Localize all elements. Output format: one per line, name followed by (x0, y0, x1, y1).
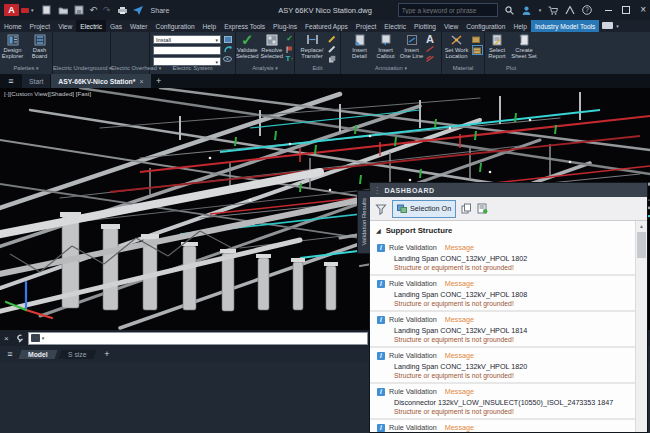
material-box-icon[interactable] (472, 35, 481, 43)
select-report-button[interactable]: Select Report (485, 33, 509, 59)
insert-detail-button[interactable]: Insert Detail (348, 33, 372, 59)
display-icon[interactable] (602, 22, 613, 29)
scroll-up-icon[interactable]: ▲ (636, 221, 647, 229)
command-customize-wrench-icon[interactable] (14, 334, 23, 343)
pencil-edit-icon[interactable] (327, 35, 336, 43)
tab-view-2[interactable]: View (440, 20, 462, 32)
tab-plug-ins[interactable]: Plug-ins (269, 20, 301, 32)
app-store-cart-icon[interactable] (548, 5, 558, 15)
annotation-flyout-icon[interactable]: ▾ (404, 65, 407, 71)
install-combo[interactable]: Install▾ (153, 35, 221, 44)
help-icon[interactable]: ? (582, 5, 592, 15)
start-tab[interactable]: Start (22, 74, 50, 88)
file-tabs-menu-icon[interactable]: ≡ (0, 74, 22, 88)
scrollbar-thumb[interactable] (637, 232, 646, 258)
t-arrow-icon[interactable]: T↑ (285, 55, 294, 63)
pencil-edit-icon-2[interactable] (327, 45, 336, 53)
palettes-flyout-icon[interactable]: ▾ (36, 65, 39, 71)
sign-in-user-icon[interactable] (522, 5, 532, 15)
palette-grip-icon[interactable]: ⋮ (373, 186, 382, 195)
close-window-button[interactable]: × (640, 5, 646, 15)
layout-tab-s-size[interactable]: S size (58, 350, 95, 359)
tab-water[interactable]: Water (126, 20, 151, 32)
user-dropdown-icon[interactable]: ▾ (539, 8, 542, 13)
create-sheet-set-button[interactable]: Create Sheet Set (511, 33, 537, 59)
minimize-button[interactable] (605, 10, 612, 11)
save-icon[interactable] (74, 5, 84, 15)
dashboard-title-bar[interactable]: ⋮ DASHBOARD (370, 183, 647, 197)
tab-gas[interactable]: Gas (106, 20, 126, 32)
visibility-eye-icon[interactable] (223, 55, 232, 63)
electric-underground-group-label[interactable]: Electric Underground (53, 65, 107, 71)
layout-menu-icon[interactable]: ≡ (0, 349, 20, 359)
command-input[interactable]: ▾ (28, 332, 368, 345)
combo-dropdown-icon-2[interactable]: ▾ (215, 59, 218, 65)
analysis-group-label[interactable]: Analysis (252, 65, 274, 71)
new-layout-button[interactable]: + (98, 349, 115, 359)
tab-industry-model-tools[interactable]: Industry Model Tools (531, 20, 599, 32)
copy-tool-icon[interactable] (327, 55, 336, 63)
validation-results-side-tab[interactable]: Validation Results (357, 190, 370, 254)
connect-tool-icon[interactable] (223, 45, 232, 53)
share-icon[interactable] (133, 5, 143, 15)
tab-plotting[interactable]: Plotting (410, 20, 440, 32)
search-input[interactable] (399, 7, 497, 14)
drawing-tab[interactable]: ASY-66KV-Nico Station* × (51, 74, 150, 88)
tab-featured-apps[interactable]: Featured Apps (301, 20, 352, 32)
validation-item[interactable]: iRule ValidationMessage (370, 420, 636, 432)
resolve-selected-button[interactable]: Resolve Selected (261, 33, 284, 59)
insert-callout-button[interactable]: Insert Callout (374, 33, 398, 59)
redo-icon[interactable]: ↷ (103, 6, 111, 15)
palettes-group-label[interactable]: Palettes (13, 65, 34, 71)
drawing-tab-close-icon[interactable]: × (139, 78, 143, 85)
redline-tool-icon-2[interactable] (426, 55, 435, 63)
app-menu-dropdown-icon[interactable]: ▾ (31, 8, 34, 13)
validate-selected-button[interactable]: ✓ Validate Selected (236, 33, 259, 59)
tab-configuration-2[interactable]: Configuration (462, 20, 509, 32)
validate-small-icon[interactable]: ✓ (285, 35, 294, 43)
tab-configuration[interactable]: Configuration (151, 20, 198, 32)
export-report-icon[interactable] (477, 203, 488, 214)
ribbon-state-dropdown-icon[interactable]: ▾ (616, 24, 619, 29)
electric-system-group-label[interactable]: Electric System (173, 65, 213, 71)
undo-icon[interactable]: ↶ (90, 6, 98, 15)
autodesk-a-icon[interactable] (565, 5, 575, 15)
validation-item[interactable]: iRule ValidationMessage Landing Span CON… (370, 276, 636, 312)
app-logo-icon[interactable]: TA (4, 4, 19, 16)
validation-item[interactable]: iRule ValidationMessage Landing Span CON… (370, 348, 636, 384)
replace-transfer-button[interactable]: Replace/ Transfer (299, 33, 325, 59)
tab-help-2[interactable]: Help (509, 20, 531, 32)
plot-group-label[interactable]: Plot (506, 65, 516, 71)
command-close-icon[interactable]: × (4, 334, 9, 343)
scrollbar[interactable]: ▲ (635, 221, 647, 432)
search-box[interactable] (398, 3, 498, 17)
command-history-dropdown-icon[interactable]: ▾ (42, 335, 45, 341)
validation-item[interactable]: iRule ValidationMessage Disconnector 132… (370, 384, 636, 420)
validation-item[interactable]: iRule ValidationMessage Landing Span CON… (370, 312, 636, 348)
edit-group-label[interactable]: Edit (313, 65, 323, 71)
tab-help[interactable]: Help (199, 20, 221, 32)
tab-electric-2[interactable]: Electric (380, 20, 410, 32)
annotation-group-label[interactable]: Annotation (375, 65, 403, 71)
model-tab[interactable]: Model (19, 350, 58, 359)
section-support-structure[interactable]: ◢ Support Structure (370, 221, 636, 240)
filter-icon[interactable] (375, 203, 387, 215)
new-drawing-tab-button[interactable]: + (152, 74, 166, 88)
validation-item[interactable]: iRule ValidationMessage Landing Span CON… (370, 240, 636, 276)
restore-button[interactable] (622, 6, 630, 14)
print-icon[interactable] (117, 5, 127, 15)
tab-electric[interactable]: Electric (76, 20, 106, 32)
open-folder-icon[interactable] (58, 5, 68, 15)
redline-tool-icon[interactable] (426, 45, 435, 53)
tab-project-2[interactable]: Project (352, 20, 381, 32)
tab-view[interactable]: View (54, 20, 76, 32)
copy-results-icon[interactable] (461, 203, 472, 214)
flag-small-icon[interactable] (285, 45, 294, 53)
crate-selected-icon[interactable] (472, 45, 483, 55)
tab-project[interactable]: Project (26, 20, 55, 32)
share-label[interactable]: Share (151, 7, 170, 14)
tab-home[interactable]: Home (0, 20, 26, 32)
design-explorer-button[interactable]: Design Explorer (0, 33, 25, 59)
search-icon[interactable] (505, 5, 515, 15)
text-tool-icon[interactable]: A (426, 35, 435, 43)
